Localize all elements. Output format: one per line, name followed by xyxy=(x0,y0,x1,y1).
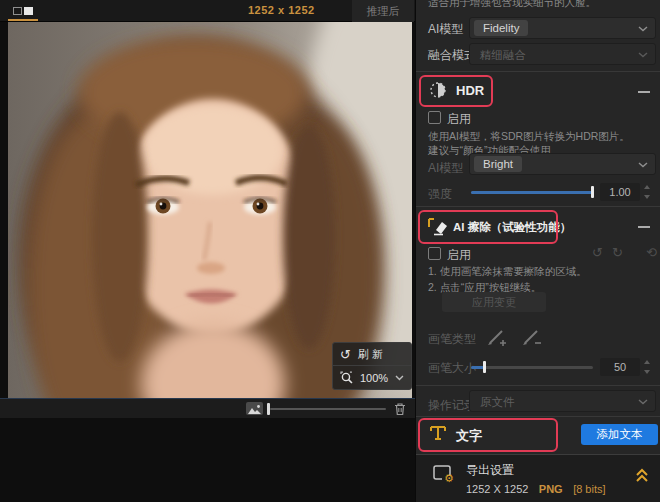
hdr-strength-label: 强度 xyxy=(428,186,452,203)
brush-size-label: 画笔大小 xyxy=(428,360,476,377)
ai-model-value: Fidelity xyxy=(474,20,528,36)
text-section-title: 文字 xyxy=(456,427,482,445)
model-description: 适合用于增强包含现实细节的人脸。 xyxy=(428,0,656,10)
hdr-strength-slider[interactable] xyxy=(471,191,593,194)
thumbnail-icon xyxy=(246,402,263,415)
refresh-label: 刷 新 xyxy=(358,347,383,362)
trash-icon[interactable] xyxy=(392,401,408,417)
hdr-enable-label: 启用 xyxy=(447,111,471,128)
blend-mode-dropdown[interactable]: 精细融合 xyxy=(469,43,656,65)
redo-icon[interactable]: ↻ xyxy=(612,246,623,259)
export-icon: ⚙ xyxy=(431,463,455,489)
brush-size-slider[interactable] xyxy=(471,366,593,369)
image-canvas[interactable]: ↺ 刷 新 100% xyxy=(8,22,412,398)
refresh-icon: ↺ xyxy=(340,348,351,361)
gear-icon: ⚙ xyxy=(444,472,454,485)
export-title: 导出设置 xyxy=(466,462,514,479)
brush-subtract-icon[interactable] xyxy=(521,327,545,351)
hdr-section-title: HDR xyxy=(456,83,484,98)
hdr-model-label: AI模型 xyxy=(428,160,463,177)
undo-icon[interactable]: ↺ xyxy=(592,246,603,259)
app-window: 1252 x 1252 推理后 xyxy=(0,0,660,502)
eraser-icon xyxy=(427,217,449,241)
hdr-enable-checkbox[interactable] xyxy=(428,111,441,124)
brush-type-label: 画笔类型 xyxy=(428,331,476,348)
viewer-controls: ↺ 刷 新 100% xyxy=(332,342,412,390)
export-bit-depth: [8 bits] xyxy=(573,483,605,495)
hdr-model-value: Bright xyxy=(474,156,522,172)
hdr-model-dropdown[interactable]: Bright xyxy=(469,153,656,175)
collapse-hdr-icon[interactable] xyxy=(638,91,650,93)
compare-right-icon xyxy=(24,7,33,15)
history-dropdown[interactable]: 原文件 xyxy=(469,390,656,412)
magnifier-icon xyxy=(340,371,353,384)
ai-model-label: AI模型 xyxy=(428,21,463,38)
history-value: 原文件 xyxy=(480,395,515,410)
erase-step1: 1. 使用画笔涂抹需要擦除的区域。 xyxy=(428,265,587,279)
export-details: 1252 X 1252 PNG [8 bits] xyxy=(466,479,606,497)
filmstrip-slider-handle[interactable] xyxy=(267,403,270,415)
brush-size-stepper[interactable] xyxy=(644,360,651,374)
hdr-strength-stepper[interactable] xyxy=(644,185,651,199)
export-size: 1252 X 1252 xyxy=(466,483,528,495)
hdr-strength-handle[interactable] xyxy=(591,186,594,198)
compare-left-icon xyxy=(13,7,22,15)
zoom-level: 100% xyxy=(360,372,388,384)
chevron-double-up-icon[interactable] xyxy=(635,468,649,488)
refresh-button[interactable]: ↺ 刷 新 xyxy=(333,343,411,366)
blend-mode-value: 精细融合 xyxy=(480,48,526,63)
image-resolution-label: 1252 x 1252 xyxy=(248,4,315,16)
export-format: PNG xyxy=(539,483,563,495)
filmstrip-bar xyxy=(0,398,415,418)
top-toolbar: 1252 x 1252 推理后 xyxy=(0,0,415,22)
brush-size-handle[interactable] xyxy=(483,361,486,373)
apply-changes-button[interactable]: 应用变更 xyxy=(442,292,546,312)
chevron-down-icon xyxy=(395,375,404,381)
filmstrip-slider-track[interactable] xyxy=(270,408,386,410)
hdr-description-line1: 使用AI模型，将SDR图片转换为HDR图片。 xyxy=(428,130,630,144)
chevron-down-icon xyxy=(638,52,648,58)
text-tool-icon xyxy=(429,424,447,446)
settings-panel: 适合用于增强包含现实细节的人脸。 AI模型 Fidelity 融合模式 精细融合… xyxy=(415,0,660,502)
collapse-erase-icon[interactable] xyxy=(638,226,650,228)
chevron-down-icon xyxy=(638,162,648,168)
erase-enable-checkbox[interactable] xyxy=(428,247,441,260)
hdr-strength-value: 1.00 xyxy=(600,183,640,201)
erase-enable-label: 启用 xyxy=(447,247,471,264)
zoom-control[interactable]: 100% xyxy=(333,366,411,389)
ai-model-dropdown[interactable]: Fidelity xyxy=(469,17,656,39)
hdr-icon xyxy=(428,80,448,104)
add-text-button[interactable]: 添加文本 xyxy=(581,424,658,445)
after-inference-toggle[interactable]: 推理后 xyxy=(352,0,414,22)
compare-view-button[interactable] xyxy=(8,2,38,21)
brush-add-icon[interactable] xyxy=(486,327,510,351)
chevron-down-icon xyxy=(638,26,648,32)
export-settings-bar[interactable]: ⚙ 导出设置 1252 X 1252 PNG [8 bits] xyxy=(416,454,660,502)
erase-section-title: AI 擦除（试验性功能） xyxy=(453,220,571,235)
reset-icon[interactable]: ⟲ xyxy=(646,246,657,259)
brush-size-value: 50 xyxy=(600,358,640,376)
chevron-down-icon xyxy=(638,399,648,405)
